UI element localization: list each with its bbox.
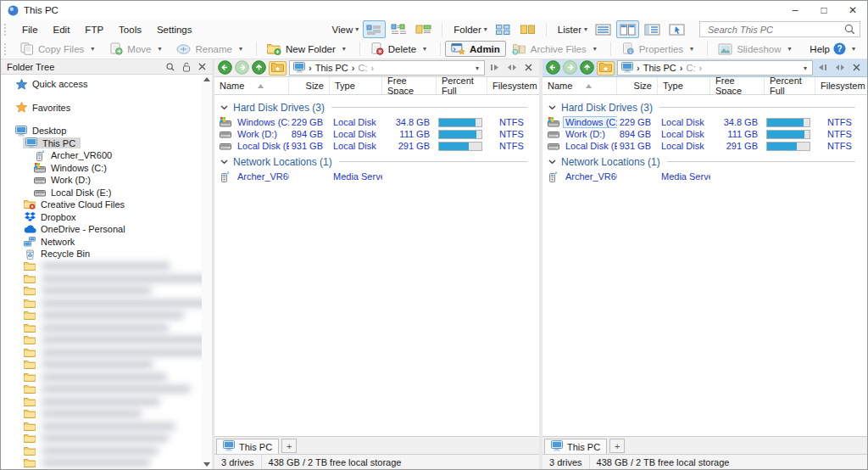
column-header-size[interactable]: Size (289, 77, 330, 94)
tree-item-blurred-folder[interactable] (1, 408, 202, 421)
tree-item-creative-cloud-files[interactable]: Creative Cloud Files (1, 199, 202, 211)
view-thumbnails-button[interactable] (412, 20, 435, 38)
tree-item-blurred-folder[interactable] (1, 310, 202, 322)
path-dropdown-icon[interactable]: ▾ (802, 64, 809, 72)
delete-button[interactable]: Delete▾ (364, 41, 436, 57)
view-dropdown[interactable]: View (327, 25, 353, 35)
admin-button[interactable]: Admin (445, 41, 506, 57)
folder-tab[interactable]: This PC (544, 439, 607, 454)
maximize-pane-button[interactable] (487, 61, 502, 75)
tree-item-network[interactable]: Network (1, 236, 202, 249)
folder-dropdown-caret[interactable]: ▾ (481, 25, 491, 33)
back-button[interactable] (218, 61, 232, 76)
tree-item-blurred-folder[interactable] (1, 260, 202, 273)
properties-button[interactable]: Properties▾ (615, 41, 703, 57)
column-header-name[interactable]: Name (542, 77, 617, 94)
breadcrumb-separator-icon[interactable]: › (370, 64, 374, 73)
tree-item-blurred-folder[interactable] (1, 272, 202, 285)
tree-item-blurred-folder[interactable] (1, 334, 202, 347)
new-tab-button[interactable]: + (609, 439, 625, 453)
lister-tree-button[interactable] (641, 20, 664, 38)
column-header-percent-full[interactable]: Percent Full (437, 77, 487, 94)
breadcrumb-segment[interactable]: This PC (643, 63, 676, 73)
group-header[interactable]: Network Locations (1) (542, 154, 867, 169)
swap-panes-button[interactable] (504, 61, 519, 75)
tree-item-desktop[interactable]: Desktop (1, 125, 202, 137)
column-header-free-space[interactable]: Free Space (710, 77, 765, 94)
tree-scrollbar[interactable] (202, 75, 212, 469)
column-header-size[interactable]: Size (617, 77, 658, 94)
lister-dropdown[interactable]: Lister (553, 25, 581, 35)
file-row[interactable]: Local Disk (E:)931 GBLocal Disk291 GBNTF… (542, 140, 867, 152)
forward-button[interactable] (235, 61, 249, 76)
breadcrumb-segment[interactable]: C: (358, 63, 367, 73)
slideshow-button[interactable]: Slideshow▾ (712, 42, 800, 57)
breadcrumb[interactable]: ›This PC›C:›▾ (289, 60, 485, 76)
archive-files-button[interactable]: Archive Files▾ (506, 42, 606, 57)
maximize-button[interactable]: □ (810, 1, 838, 20)
group-header[interactable]: Network Locations (1) (214, 154, 539, 169)
tree-item-blurred-folder[interactable] (1, 445, 202, 457)
copy-files-button[interactable]: Copy Files▾ (14, 41, 103, 57)
tree-item-blurred-folder[interactable] (1, 420, 202, 433)
tree-item-recycle-bin[interactable]: Recycle Bin (1, 248, 202, 260)
folder-dropdown[interactable]: Folder (448, 25, 481, 35)
folder-grid-button[interactable] (492, 20, 515, 38)
column-header-type[interactable]: Type (330, 77, 382, 94)
lister-cursor-button[interactable] (665, 20, 688, 38)
menu-item-ftp[interactable]: FTP (77, 25, 111, 35)
tree-item-local-disk-e-[interactable]: Local Disk (E:) (1, 187, 202, 199)
tree-search-icon[interactable] (166, 63, 175, 71)
tree-item-blurred-folder[interactable] (1, 297, 202, 310)
tree-item-this-pc[interactable]: This PC (1, 137, 202, 150)
tree-item-work-d-[interactable]: Work (D:) (1, 174, 202, 187)
file-row[interactable]: Archer_VR600Media Server (542, 171, 867, 182)
forward-button[interactable] (563, 61, 577, 76)
tree-item-archer-vr600[interactable]: Archer_VR600 (1, 149, 202, 162)
minimize-button[interactable]: – (781, 1, 810, 20)
menu-item-edit[interactable]: Edit (46, 25, 78, 35)
tree-item-blurred-folder[interactable] (1, 457, 202, 470)
scroll-down-icon[interactable] (203, 462, 210, 467)
rename-button[interactable]: Rename▾ (170, 42, 251, 57)
favorites-button[interactable] (597, 61, 615, 76)
collapse-chevron-icon[interactable] (214, 159, 233, 165)
scroll-up-icon[interactable] (203, 77, 210, 81)
maximize-pane-button[interactable] (815, 61, 830, 75)
file-row[interactable]: Work (D:)894 GBLocal Disk111 GBNTFS (542, 128, 867, 140)
move-button[interactable]: Move▾ (103, 41, 170, 57)
column-header-free-space[interactable]: Free Space (382, 77, 437, 94)
close-pane-button[interactable] (521, 61, 536, 75)
file-row[interactable]: Archer_VR600Media Server (214, 171, 539, 182)
tree-close-icon[interactable] (198, 63, 206, 70)
up-button[interactable] (580, 61, 594, 76)
tree-item-favorites[interactable]: Favorites (1, 102, 202, 115)
menu-item-file[interactable]: File (14, 25, 46, 35)
breadcrumb-separator-icon[interactable]: › (698, 64, 702, 73)
tree-item-onedrive-personal[interactable]: OneDrive - Personal (1, 223, 202, 236)
collapse-chevron-icon[interactable] (542, 105, 561, 110)
view-dual-list-button[interactable] (387, 20, 410, 38)
lister-single-button[interactable] (592, 20, 615, 38)
toolbar-grip[interactable] (4, 24, 8, 36)
collapse-chevron-icon[interactable] (542, 159, 561, 165)
help-button[interactable]: Help ? ▾ (810, 42, 860, 55)
column-header-filesystem[interactable]: Filesystem (815, 77, 867, 94)
menu-item-settings[interactable]: Settings (149, 25, 200, 35)
file-row[interactable]: Local Disk (E:)931 GBLocal Disk291 GBNTF… (214, 140, 539, 152)
file-row[interactable]: Windows (C:)229 GBLocal Disk34.8 GBNTFS (214, 116, 539, 128)
file-row[interactable]: Windows (C:)229 GBLocal Disk34.8 GBNTFS (542, 116, 867, 128)
folder-tabs-button[interactable] (516, 20, 539, 38)
column-header-type[interactable]: Type (658, 77, 710, 94)
breadcrumb-separator-icon[interactable]: › (680, 64, 683, 73)
breadcrumb-separator-icon[interactable]: › (637, 64, 640, 73)
file-row[interactable]: Work (D:)894 GBLocal Disk111 GBNTFS (214, 128, 539, 140)
new-tab-button[interactable]: + (281, 439, 297, 453)
column-header-name[interactable]: Name (214, 77, 289, 94)
search-box[interactable] (699, 21, 860, 37)
breadcrumb-separator-icon[interactable]: › (352, 64, 355, 73)
breadcrumb-separator-icon[interactable]: › (309, 64, 312, 73)
tree-item-blurred-folder[interactable] (1, 359, 202, 372)
back-button[interactable] (546, 61, 560, 76)
tree-item-blurred-folder[interactable] (1, 346, 202, 359)
